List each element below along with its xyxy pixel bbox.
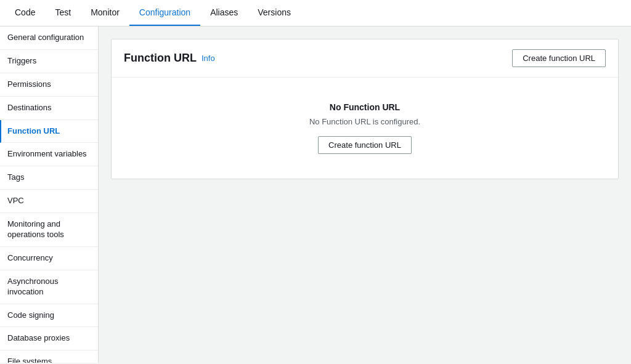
sidebar-item-monitoring-and-operations-tools[interactable]: Monitoring and operations tools <box>0 213 98 247</box>
sidebar-item-code-signing[interactable]: Code signing <box>0 304 98 328</box>
create-function-url-button-center[interactable]: Create function URL <box>318 136 412 154</box>
empty-state-title: No Function URL <box>330 102 400 112</box>
tab-aliases[interactable]: Aliases <box>200 0 248 26</box>
sidebar-item-general-configuration[interactable]: General configuration <box>0 26 98 50</box>
sidebar-item-asynchronous-invocation[interactable]: Asynchronous invocation <box>0 270 98 304</box>
panel-title: Function URL Info <box>124 52 215 65</box>
sidebar-item-environment-variables[interactable]: Environment variables <box>0 143 98 166</box>
tab-configuration[interactable]: Configuration <box>129 0 200 26</box>
sidebar-item-tags[interactable]: Tags <box>0 166 98 190</box>
sidebar-item-triggers[interactable]: Triggers <box>0 50 98 73</box>
info-link[interactable]: Info <box>202 54 215 63</box>
top-tabs: CodeTestMonitorConfigurationAliasesVersi… <box>0 0 631 26</box>
sidebar-item-database-proxies[interactable]: Database proxies <box>0 327 98 350</box>
main-content: Function URL Info Create function URL No… <box>99 26 631 363</box>
sidebar: General configurationTriggersPermissions… <box>0 26 99 363</box>
sidebar-item-vpc[interactable]: VPC <box>0 190 98 213</box>
empty-state-description: No Function URL is configured. <box>309 117 420 126</box>
tab-versions[interactable]: Versions <box>248 0 301 26</box>
tab-test[interactable]: Test <box>45 0 81 26</box>
sidebar-item-destinations[interactable]: Destinations <box>0 97 98 120</box>
sidebar-item-permissions[interactable]: Permissions <box>0 73 98 97</box>
panel-title-text: Function URL <box>124 52 197 65</box>
sidebar-item-concurrency[interactable]: Concurrency <box>0 247 98 270</box>
function-url-panel: Function URL Info Create function URL No… <box>111 39 619 179</box>
panel-header: Function URL Info Create function URL <box>112 39 618 78</box>
layout: General configurationTriggersPermissions… <box>0 26 631 363</box>
empty-state: No Function URL No Function URL is confi… <box>112 78 618 179</box>
tab-monitor[interactable]: Monitor <box>81 0 129 26</box>
create-function-url-button-top[interactable]: Create function URL <box>512 49 606 67</box>
tab-code[interactable]: Code <box>5 0 45 26</box>
sidebar-item-function-url[interactable]: Function URL <box>0 120 98 144</box>
sidebar-item-file-systems[interactable]: File systems <box>0 350 98 363</box>
